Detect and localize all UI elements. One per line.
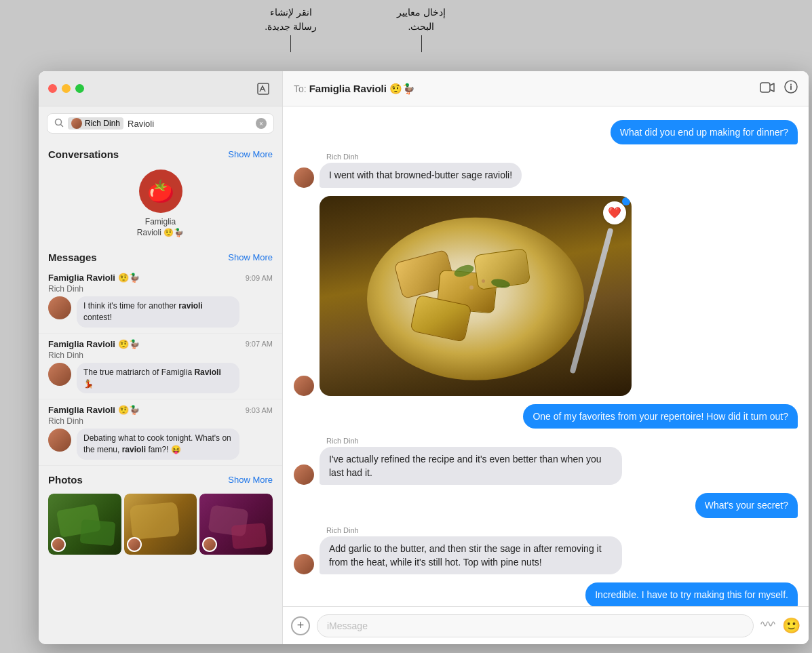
msg-item-header: Famiglia Ravioli 🤨🦆 9:07 AM xyxy=(48,339,273,349)
conv-avatar: 🍅 xyxy=(139,170,182,213)
svg-point-4 xyxy=(790,84,792,85)
search-annotation: إدخال معايير البحث. xyxy=(397,5,446,52)
message-bubble: One of my favorites from your repertoire… xyxy=(523,404,798,429)
message-bubble: Add garlic to the butter, and then stir … xyxy=(320,536,622,575)
message-row: What's your secret? xyxy=(294,493,798,517)
conversation-card[interactable]: 🍅 FamigliaRavioli 🤨🦆 xyxy=(39,164,282,243)
avatar xyxy=(48,363,71,386)
avatar xyxy=(127,537,142,552)
conversations-title: Conversations xyxy=(48,149,119,160)
conversations-show-more[interactable]: Show More xyxy=(228,149,273,159)
message-row: What did you end up making for dinner? xyxy=(294,120,798,144)
svg-rect-0 xyxy=(258,83,269,94)
message-row: ❤️ xyxy=(294,196,798,396)
search-contact-badge: Rich Dinh xyxy=(68,117,123,130)
avatar xyxy=(51,537,66,552)
chat-to-label: To: xyxy=(294,83,307,94)
list-item[interactable] xyxy=(48,494,121,555)
message-bubble: I've actually refined the recipe and it'… xyxy=(320,447,622,486)
message-row: Rich Dinh I went with that browned-butte… xyxy=(294,153,798,187)
message-bubble: I went with that browned-butter sage rav… xyxy=(320,163,522,187)
photo-bubble: ❤️ xyxy=(320,196,632,396)
msg-item-header: Famiglia Ravioli 🤨🦆 9:09 AM xyxy=(48,273,273,283)
maximize-button[interactable] xyxy=(75,84,84,93)
message-bubble: What did you end up making for dinner? xyxy=(611,120,798,144)
avatar xyxy=(48,296,71,319)
sidebar: Rich Dinh Ravioli × Conversations Show M… xyxy=(39,71,283,644)
list-item[interactable] xyxy=(124,494,197,555)
messages-header: Messages Show More xyxy=(39,243,282,267)
heart-reaction: ❤️ xyxy=(603,201,626,224)
message-row: One of my favorites from your repertoire… xyxy=(294,404,798,429)
reaction-dot xyxy=(622,197,630,205)
chat-contact-name: Famiglia Ravioli 🤨🦆 xyxy=(309,83,415,95)
svg-rect-2 xyxy=(760,83,770,92)
avatar xyxy=(294,554,314,574)
compose-annotation: انقر لإنشاء رسالة جديدة. xyxy=(265,5,317,52)
chat-area: To: Famiglia Ravioli 🤨🦆 xyxy=(283,71,809,644)
sender-name: Rich Dinh xyxy=(320,526,622,534)
message-row: Incredible. I have to try making this fo… xyxy=(294,582,798,606)
list-item[interactable] xyxy=(199,494,273,555)
sidebar-content: Conversations Show More 🍅 FamigliaRaviol… xyxy=(39,140,282,644)
audio-input-button[interactable] xyxy=(760,618,775,633)
msg-item-header: Famiglia Ravioli 🤨🦆 9:03 AM xyxy=(48,405,273,415)
titlebar xyxy=(39,71,282,106)
search-bar[interactable]: Rich Dinh Ravioli × xyxy=(47,113,274,134)
list-item[interactable]: Famiglia Ravioli 🤨🦆 9:07 AM Rich Dinh Th… xyxy=(39,334,282,400)
avatar xyxy=(294,464,314,485)
conv-name: FamigliaRavioli 🤨🦆 xyxy=(137,217,184,238)
minimize-button[interactable] xyxy=(62,84,71,93)
message-bubble: Incredible. I have to try making this fo… xyxy=(585,582,798,606)
chat-header-actions xyxy=(760,80,798,97)
list-item[interactable]: Famiglia Ravioli 🤨🦆 9:03 AM Rich Dinh De… xyxy=(39,399,282,466)
search-query-text: Ravioli xyxy=(128,119,154,129)
main-window: Rich Dinh Ravioli × Conversations Show M… xyxy=(39,71,809,644)
input-placeholder: iMessage xyxy=(327,620,368,631)
close-button[interactable] xyxy=(48,84,57,93)
message-row: Rich Dinh I've actually refined the reci… xyxy=(294,437,798,486)
video-call-button[interactable] xyxy=(760,81,775,96)
avatar xyxy=(294,376,314,396)
message-row: Rich Dinh Add garlic to the butter, and … xyxy=(294,526,798,575)
photos-grid xyxy=(39,490,282,559)
sender-name: Rich Dinh xyxy=(320,153,522,161)
photos-show-more[interactable]: Show More xyxy=(228,475,273,485)
search-contact-name: Rich Dinh xyxy=(85,119,120,128)
messages-show-more[interactable]: Show More xyxy=(228,252,273,262)
chat-header: To: Famiglia Ravioli 🤨🦆 xyxy=(283,71,809,106)
compose-button[interactable] xyxy=(254,79,273,98)
add-attachment-button[interactable]: + xyxy=(291,616,310,635)
search-icon xyxy=(54,118,64,130)
message-bubble: What's your secret? xyxy=(695,493,798,517)
contact-avatar-small xyxy=(71,118,82,129)
list-item[interactable]: Famiglia Ravioli 🤨🦆 9:09 AM Rich Dinh I … xyxy=(39,267,282,334)
conversations-header: Conversations Show More xyxy=(39,140,282,164)
emoji-button[interactable]: 🙂 xyxy=(782,617,800,635)
avatar xyxy=(294,167,314,188)
sender-name: Rich Dinh xyxy=(320,437,622,445)
photos-header: Photos Show More xyxy=(39,466,282,490)
message-input[interactable]: iMessage xyxy=(317,614,754,637)
chat-messages: What did you end up making for dinner? R… xyxy=(283,106,809,606)
avatar xyxy=(48,429,71,452)
search-clear-button[interactable]: × xyxy=(256,118,267,129)
traffic-lights xyxy=(48,84,84,93)
chat-input-bar: + iMessage 🙂 xyxy=(283,606,809,644)
photos-title: Photos xyxy=(48,474,83,486)
info-button[interactable] xyxy=(784,80,798,97)
messages-title: Messages xyxy=(48,252,97,263)
